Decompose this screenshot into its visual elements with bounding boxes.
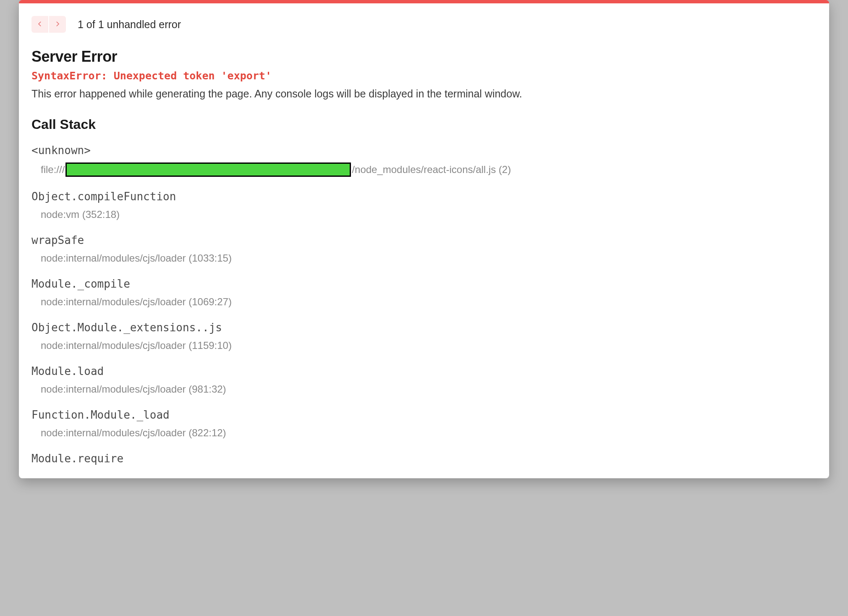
error-title: Server Error [31,48,817,66]
error-description: This error happened while generating the… [31,88,817,100]
redacted-path [65,163,351,177]
arrow-left-icon [36,20,44,29]
frame-function: Module.load [31,365,817,377]
frame-location: node:internal/modules/cjs/loader (981:32… [41,383,817,395]
frame-location: node:internal/modules/cjs/loader (1159:1… [41,340,817,351]
stack-frame: wrapSafenode:internal/modules/cjs/loader… [31,234,817,264]
stack-frame: Object.Module._extensions..jsnode:intern… [31,321,817,351]
frame-function: wrapSafe [31,234,817,246]
frame-location: node:internal/modules/cjs/loader (822:12… [41,427,817,439]
error-dialog: 1 of 1 unhandled error Server Error Synt… [19,0,829,478]
error-counter: 1 of 1 unhandled error [78,18,181,31]
frame-function: <unknown> [31,144,817,157]
frame-function: Module.require [31,452,817,465]
stack-frame: Module._compilenode:internal/modules/cjs… [31,278,817,308]
frame-location-suffix: /node_modules/react-icons/all.js (2) [352,164,511,176]
stack-frame: Module.loadnode:internal/modules/cjs/loa… [31,365,817,395]
frame-function: Object.Module._extensions..js [31,321,817,334]
frame-location: file:////node_modules/react-icons/all.js… [41,163,817,177]
frame-location: node:vm (352:18) [41,209,817,220]
frame-function: Function.Module._load [31,409,817,421]
frame-function: Module._compile [31,278,817,290]
stack-frame: Function.Module._loadnode:internal/modul… [31,409,817,439]
nav-buttons [31,16,66,33]
arrow-right-icon [54,20,61,29]
stack-frame: Module.require [31,452,817,465]
stack-frame: <unknown>file:////node_modules/react-ico… [31,144,817,177]
callstack-frames: <unknown>file:////node_modules/react-ico… [31,144,817,465]
stack-frame: Object.compileFunctionnode:vm (352:18) [31,190,817,220]
prev-error-button[interactable] [31,16,48,33]
frame-location: node:internal/modules/cjs/loader (1069:2… [41,296,817,308]
error-message: SyntaxError: Unexpected token 'export' [31,70,817,82]
frame-function: Object.compileFunction [31,190,817,203]
callstack-title: Call Stack [31,117,817,132]
frame-location: node:internal/modules/cjs/loader (1033:1… [41,252,817,264]
next-error-button[interactable] [49,16,66,33]
nav-row: 1 of 1 unhandled error [31,16,817,33]
frame-location-prefix: file:/// [41,164,65,176]
